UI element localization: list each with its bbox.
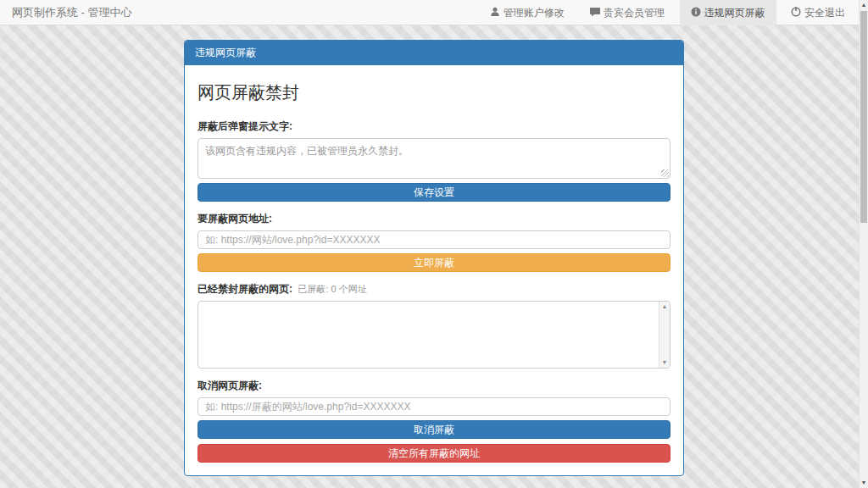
nav-item-label: 安全退出 bbox=[804, 7, 845, 19]
unblock-button[interactable]: 取消屏蔽 bbox=[198, 420, 670, 439]
main-container: 违规网页屏蔽 网页屏蔽禁封 屏蔽后弹窗提示文字: 该网页含有违规内容，已被管理员… bbox=[184, 40, 684, 488]
user-icon bbox=[490, 7, 500, 17]
app-title: 网页制作系统 - 管理中心 bbox=[0, 0, 144, 25]
blocked-count-suffix: 个网址 bbox=[339, 284, 367, 294]
block-panel-header: 违规网页屏蔽 bbox=[185, 41, 683, 65]
nav-item-label: 贵宾会员管理 bbox=[604, 7, 665, 19]
nav-item-vip[interactable]: 贵宾会员管理 bbox=[579, 0, 676, 25]
nav-item-label: 管理账户修改 bbox=[504, 7, 565, 19]
nav-item-logout[interactable]: 安全退出 bbox=[780, 0, 856, 25]
unblock-url-input[interactable] bbox=[198, 397, 670, 416]
popup-text-label: 屏蔽后弹窗提示文字: bbox=[198, 119, 670, 134]
navbar-menu: 管理账户修改 贵宾会员管理 违规网页屏蔽 安全退出 bbox=[479, 0, 856, 25]
power-icon bbox=[791, 7, 801, 17]
blocked-list-label-text: 已经禁封屏蔽的网页: bbox=[198, 283, 292, 295]
comment-icon bbox=[590, 7, 600, 17]
unblock-label: 取消网页屏蔽: bbox=[198, 379, 670, 393]
blocked-count-prefix: 已屏蔽: bbox=[298, 284, 328, 294]
blocked-count-note: 已屏蔽: 0 个网址 bbox=[298, 284, 366, 294]
scroll-up-icon[interactable]: ▲ bbox=[662, 302, 668, 312]
scrollbar-up-icon[interactable]: ▲ bbox=[860, 0, 868, 10]
scrollbar-thumb[interactable] bbox=[860, 11, 867, 223]
popup-text-textarea[interactable]: 该网页含有违规内容，已被管理员永久禁封。 bbox=[198, 138, 670, 179]
info-icon bbox=[691, 7, 701, 17]
block-url-input[interactable] bbox=[198, 230, 670, 249]
nav-item-block[interactable]: 违规网页屏蔽 bbox=[680, 0, 776, 25]
textarea-scrollbar[interactable]: ▲ ▼ bbox=[659, 302, 670, 368]
scroll-down-icon[interactable]: ▼ bbox=[662, 358, 668, 368]
block-panel-body: 网页屏蔽禁封 屏蔽后弹窗提示文字: 该网页含有违规内容，已被管理员永久禁封。 保… bbox=[185, 65, 683, 475]
window-scrollbar[interactable]: ▲ ▼ bbox=[859, 0, 868, 488]
block-url-label: 要屏蔽网页地址: bbox=[198, 212, 670, 226]
blocked-list-textarea[interactable] bbox=[198, 301, 670, 369]
scrollbar-down-icon[interactable]: ▼ bbox=[860, 478, 868, 488]
nav-item-account[interactable]: 管理账户修改 bbox=[479, 0, 576, 25]
page-title: 网页屏蔽禁封 bbox=[198, 81, 670, 104]
clear-all-button[interactable]: 清空所有屏蔽的网址 bbox=[198, 444, 670, 463]
blocked-list-label: 已经禁封屏蔽的网页: 已屏蔽: 0 个网址 bbox=[198, 282, 670, 297]
nav-item-label: 违规网页屏蔽 bbox=[704, 7, 765, 19]
block-now-button[interactable]: 立即屏蔽 bbox=[198, 253, 670, 272]
save-settings-button[interactable]: 保存设置 bbox=[198, 183, 670, 202]
blocked-count-value: 0 bbox=[331, 284, 336, 294]
top-navbar: 网页制作系统 - 管理中心 管理账户修改 贵宾会员管理 违规网页屏蔽 安全退出 bbox=[0, 0, 868, 25]
block-panel: 违规网页屏蔽 网页屏蔽禁封 屏蔽后弹窗提示文字: 该网页含有违规内容，已被管理员… bbox=[184, 40, 684, 476]
